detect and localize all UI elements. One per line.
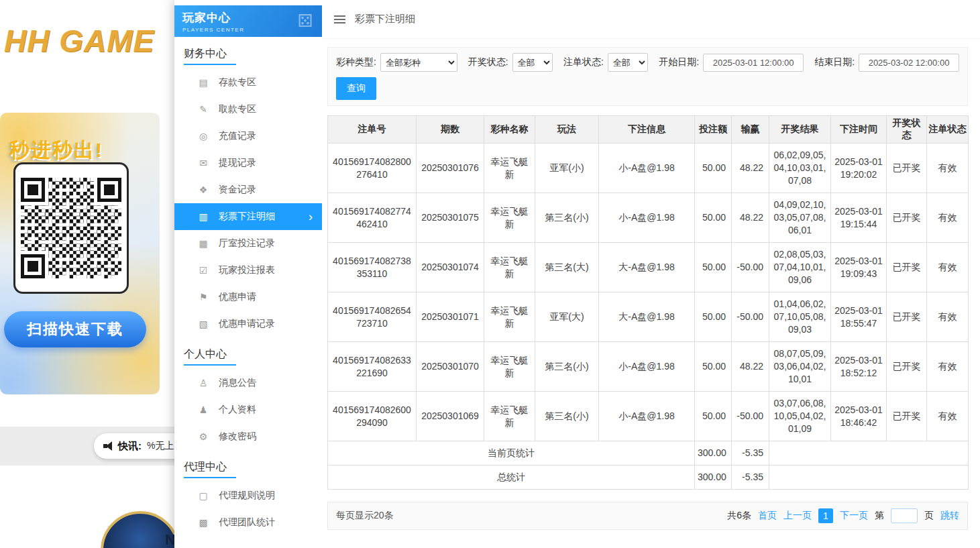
chevron-right-icon: › — [309, 210, 315, 224]
sidebar-item-cashout-records[interactable]: ✉提现记录 — [174, 150, 322, 176]
lottery-bet-icon: ▥ — [197, 211, 209, 222]
start-date-input[interactable] — [703, 54, 804, 72]
cell-bet-time: 2025-03-01 18:46:42 — [831, 392, 887, 441]
sidebar-item-agent-team-stats[interactable]: ▩代理团队统计 — [174, 509, 322, 536]
sidebar-item-label: 取款专区 — [219, 103, 256, 115]
cell-bet-info: 小-A盘@1.98 — [599, 144, 695, 193]
sidebar-item-promo-apply-records[interactable]: ▧优惠申请记录 — [174, 311, 322, 337]
players-center-panel: 玩家中心 PLAYERS CENTER ⚄ 财务中心▤存款专区✎取款专区◎充值记… — [174, 0, 980, 548]
sidebar-item-profile[interactable]: ♟个人资料 — [174, 396, 322, 423]
draw-status-label: 开奖状态: — [468, 56, 508, 68]
cell-order-status: 有效 — [927, 292, 969, 342]
news-ticker-band: 快讯: %无上 — [0, 427, 174, 465]
sidebar-item-player-bet-report[interactable]: ☑玩家投注报表 — [174, 257, 322, 284]
cell-bet-time: 2025-03-01 18:55:47 — [831, 292, 887, 342]
cell-order-status: 有效 — [927, 144, 969, 193]
sidebar-item-promo-apply[interactable]: ⚑优惠申请 — [174, 284, 322, 311]
sidebar-item-recharge-records[interactable]: ◎充值记录 — [174, 123, 322, 150]
cell-bet-info: 小-A盘@1.98 — [599, 193, 695, 243]
cell-bet-amount: 50.00 — [695, 144, 732, 193]
sidebar-subtitle: PLAYERS CENTER — [182, 27, 314, 33]
sidebar-item-withdraw-zone[interactable]: ✎取款专区 — [174, 96, 322, 123]
total-winloss-total: -5.35 — [732, 465, 769, 490]
table-header-row: 注单号期数彩种名称玩法下注信息投注额输赢开奖结果下注时间开奖状态注单状态 — [328, 116, 969, 144]
column-header: 下注时间 — [831, 116, 887, 144]
sidebar-nav: 财务中心▤存款专区✎取款专区◎充值记录✉提现记录❖资金记录▥彩票下注明细›▦厅室… — [174, 37, 322, 536]
current-page-winloss-total: -5.35 — [732, 441, 769, 465]
sidebar-item-label: 代理团队统计 — [219, 516, 275, 529]
cell-win-loss: 48.22 — [732, 193, 769, 243]
cell-win-loss: -50.00 — [732, 392, 769, 441]
current-page-summary-empty — [769, 441, 969, 465]
agent-rules-icon: ▢ — [197, 490, 209, 501]
column-header: 彩种名称 — [484, 116, 535, 144]
cell-bet-amount: 50.00 — [695, 342, 732, 392]
cell-draw-result: 01,04,06,02,07,10,05,08,09,03 — [769, 292, 831, 342]
sidebar-item-lottery-bet-details[interactable]: ▥彩票下注明细› — [174, 203, 322, 230]
total-bet-total: 300.00 — [695, 465, 732, 490]
menu-toggle-icon[interactable] — [334, 15, 345, 23]
cell-lottery-name: 幸运飞艇新 — [484, 392, 535, 441]
column-header: 下注信息 — [599, 116, 695, 144]
cell-play-type: 亚军(大) — [535, 292, 599, 342]
cell-win-loss: 48.22 — [732, 144, 769, 193]
promo-headline: 秒进秒出! — [9, 137, 103, 164]
cell-period: 20250301076 — [417, 144, 484, 193]
current-page-badge: 1 — [818, 508, 833, 523]
end-date-input[interactable] — [859, 54, 959, 72]
first-page-link[interactable]: 首页 — [758, 510, 777, 522]
order-status-select[interactable]: 全部 — [608, 53, 648, 72]
sidebar-item-label: 资金记录 — [219, 184, 256, 196]
column-header: 投注额 — [695, 116, 732, 144]
sidebar-item-label: 提现记录 — [219, 157, 256, 169]
sidebar-item-messages[interactable]: ♙消息公告 — [174, 370, 322, 396]
bet-table: 注单号期数彩种名称玩法下注信息投注额输赢开奖结果下注时间开奖状态注单状态 401… — [327, 115, 969, 490]
total-summary-label: 总统计 — [328, 465, 695, 490]
sidebar-item-agent-rules[interactable]: ▢代理规则说明 — [174, 482, 322, 509]
cell-period: 20250301071 — [417, 292, 484, 342]
sidebar-item-deposit-zone[interactable]: ▤存款专区 — [174, 69, 322, 96]
cell-bet-amount: 50.00 — [695, 392, 732, 441]
sidebar-item-label: 消息公告 — [219, 377, 256, 389]
cell-order-status: 有效 — [927, 392, 969, 441]
scan-download-button[interactable]: 扫描快速下载 — [4, 311, 146, 347]
ticker-label: 快讯: — [118, 440, 142, 453]
sidebar-item-change-password[interactable]: ⚙修改密码 — [174, 423, 322, 450]
cell-win-loss: -50.00 — [732, 243, 769, 292]
sidebar-item-funds-records[interactable]: ❖资金记录 — [174, 176, 322, 203]
cell-draw-result: 06,02,09,05,04,10,03,01,07,08 — [769, 144, 831, 193]
cell-period: 20250301069 — [417, 392, 484, 441]
table-row: 40156917408260029409020250301069幸运飞艇新第三名… — [328, 392, 969, 441]
prev-page-link[interactable]: 上一页 — [783, 510, 812, 522]
report-icon: ☑ — [197, 265, 209, 276]
total-summary-empty — [769, 465, 969, 490]
ticker-text: %无上 — [147, 440, 174, 452]
promo-record-icon: ▧ — [197, 319, 209, 329]
cell-bet-amount: 50.00 — [695, 292, 732, 342]
section-underline — [184, 477, 236, 478]
pagination-bar: 每页显示20条 共6条 首页 上一页 1 下一页 第 页 跳转 — [327, 502, 968, 530]
sidebar-item-hall-bet-records[interactable]: ▦厅室投注记录 — [174, 230, 322, 257]
sidebar-item-label: 玩家投注报表 — [219, 264, 275, 276]
draw-status-select[interactable]: 全部 — [512, 53, 553, 72]
hall-bet-icon: ▦ — [197, 238, 209, 249]
cell-order-id: 401569174082600294090 — [328, 392, 417, 441]
cell-lottery-name: 幸运飞艇新 — [484, 193, 535, 243]
cell-order-status: 有效 — [927, 243, 969, 292]
next-page-link[interactable]: 下一页 — [840, 510, 868, 522]
cell-draw-status: 已开奖 — [887, 342, 927, 392]
lottery-type-select[interactable]: 全部彩种 — [380, 53, 457, 72]
section-underline — [184, 64, 236, 65]
jump-button[interactable]: 跳转 — [940, 510, 959, 522]
jump-page-input[interactable] — [891, 508, 918, 523]
cell-period: 20250301075 — [417, 193, 484, 243]
sidebar-item-label: 厅室投注记录 — [219, 237, 275, 250]
promo-apply-icon: ⚑ — [197, 292, 209, 303]
search-button[interactable]: 查询 — [336, 77, 376, 100]
table-row: 40156917408265472371020250301071幸运飞艇新亚军(… — [328, 292, 969, 342]
cell-bet-info: 大-A盘@1.98 — [599, 243, 695, 292]
end-date-label: 结束日期: — [814, 56, 855, 68]
section-title: 个人中心 — [174, 337, 322, 364]
cell-draw-status: 已开奖 — [887, 292, 927, 342]
cell-play-type: 第三名(小) — [535, 193, 599, 243]
